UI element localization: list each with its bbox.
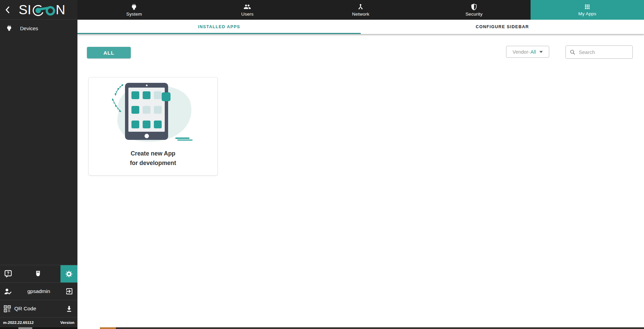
branch-decoration [111, 84, 127, 116]
qr-code-row[interactable]: QR Code [0, 300, 77, 317]
bottom-strip-orange [100, 327, 116, 329]
sidebar-footer: ? [0, 265, 77, 327]
ground-line [175, 138, 190, 139]
vendor-selected-value: All [531, 49, 536, 55]
download-icon[interactable] [65, 305, 73, 313]
app-square [154, 121, 162, 128]
back-chevron-icon [4, 5, 12, 14]
app-square [131, 106, 139, 114]
vendor-filter-dropdown[interactable]: Vendor- All [506, 46, 549, 58]
usb-device-button[interactable] [34, 270, 42, 278]
app-square [143, 106, 150, 114]
app-square [131, 121, 139, 128]
tab-installed-apps[interactable]: INSTALLED APPS [77, 20, 361, 34]
sicon-logo: SI N [14, 2, 77, 17]
user-check-icon[interactable] [4, 287, 12, 296]
sidebar-scrollbar-track [0, 327, 77, 329]
top-navigation: SI N System Users [0, 0, 644, 20]
svg-text:?: ? [7, 271, 9, 275]
create-app-card[interactable]: Create new App for development [88, 77, 218, 176]
tablet-frame [125, 83, 168, 140]
usb-plug-icon [34, 270, 42, 278]
plug-icon [6, 25, 13, 32]
app-square [143, 91, 150, 99]
version-value: m-2022.22.65112 [3, 321, 34, 325]
sidebar-scrollbar-thumb[interactable] [18, 327, 32, 329]
search-input[interactable] [579, 49, 629, 55]
tab-my-apps[interactable]: My Apps [531, 0, 644, 20]
app-square [131, 91, 139, 99]
power-plug-icon [130, 3, 138, 11]
apps-grid-icon [584, 3, 591, 10]
tab-label: System [126, 12, 142, 17]
help-button[interactable]: ? [4, 270, 13, 278]
app-root: SI N System Users [0, 0, 644, 329]
sidebar: Devices ? [0, 20, 77, 327]
user-account-row: gpsadmin [0, 282, 77, 300]
tab-label: Users [241, 12, 253, 17]
footer-icons-row: ? [0, 265, 77, 282]
ground-line [177, 140, 193, 141]
version-label: Version [60, 321, 74, 325]
filter-all-button[interactable]: ALL [87, 47, 131, 58]
nav-tabs: System Users Network [77, 0, 644, 20]
tablet-home-button [144, 134, 149, 138]
tab-configure-sidebar[interactable]: CONFIGURE SIDEBAR [361, 20, 644, 34]
tablet-screen [128, 88, 165, 132]
tab-network[interactable]: Network [304, 0, 417, 20]
tab-label: Security [465, 12, 482, 17]
tab-security[interactable]: Security [417, 0, 531, 20]
search-icon [569, 49, 576, 56]
bottom-strip-dark [116, 327, 644, 329]
logo-ring [47, 7, 54, 14]
logo-text-left: SI [19, 2, 31, 17]
tab-users[interactable]: Users [191, 0, 304, 20]
tablet-camera-dot [146, 85, 147, 86]
card-title-line1: Create new App [89, 149, 217, 158]
logo-text-right: N [56, 2, 65, 17]
app-square [154, 91, 162, 99]
tab-label: My Apps [578, 11, 596, 16]
search-box [566, 45, 633, 59]
tab-system[interactable]: System [77, 0, 191, 20]
subtab-bar: INSTALLED APPS CONFIGURE SIDEBAR [77, 20, 644, 34]
logout-icon[interactable] [65, 287, 73, 295]
card-title-line2: for development [89, 158, 217, 168]
back-button[interactable] [2, 3, 14, 16]
tab-label: Network [352, 12, 370, 17]
settings-button[interactable] [60, 265, 77, 283]
network-nodes-icon [357, 3, 364, 11]
sidebar-item-label: Devices [20, 25, 38, 31]
app-square [143, 121, 150, 128]
app-square [154, 106, 162, 114]
shield-icon [470, 3, 478, 11]
people-icon [244, 3, 251, 11]
chevron-down-icon [539, 51, 543, 53]
version-row: m-2022.22.65112 Version [0, 317, 77, 327]
qr-code-label: QR Code [14, 306, 36, 312]
qr-code-icon [3, 305, 12, 313]
card-title: Create new App for development [89, 149, 217, 168]
vendor-prefix-label: Vendor- [513, 49, 530, 55]
gear-icon [65, 270, 73, 278]
help-icon: ? [4, 270, 13, 278]
floating-app-square [162, 92, 171, 101]
logo-area: SI N [0, 0, 77, 20]
logo-dot [35, 7, 41, 13]
sidebar-item-devices[interactable]: Devices [0, 20, 77, 37]
